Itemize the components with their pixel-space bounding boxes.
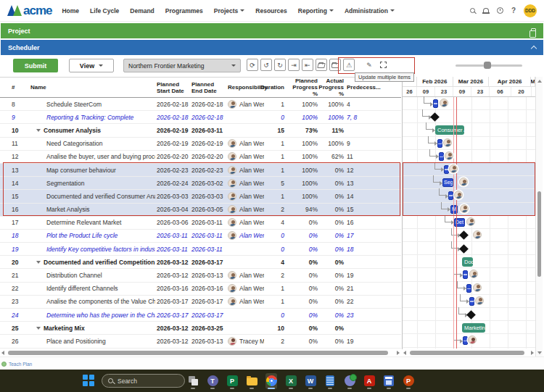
user-avatar[interactable]: DDD	[524, 4, 537, 17]
scroll-left-icon[interactable]	[1, 351, 4, 355]
table-row[interactable]: 21Distribution Channel2026-03-122026-03-…	[0, 269, 401, 282]
assignee-avatar	[468, 335, 477, 344]
project-selector[interactable]: Northern Frontier Marketing	[123, 59, 241, 72]
nav-item-resources[interactable]: Resources	[255, 7, 287, 14]
collapse-caret-icon[interactable]	[36, 327, 41, 330]
table-row[interactable]: 9Reporting & Tracking: Complete2026-02-1…	[0, 111, 401, 124]
scroll-down-icon[interactable]	[537, 351, 542, 354]
scroll-up-icon[interactable]	[537, 80, 542, 83]
gantt-task-bar[interactable]	[466, 284, 471, 293]
taskbar-app-task-view[interactable]	[187, 373, 199, 389]
scrollbar-thumb[interactable]	[537, 191, 541, 277]
taskbar-app-word[interactable]: W	[305, 373, 316, 389]
taskbar-app-calculator[interactable]	[383, 373, 395, 389]
table-row[interactable]: 18Plot the Product Life cycle2026-03-112…	[0, 230, 401, 243]
taskbar-app-chrome[interactable]	[265, 373, 277, 389]
table-row[interactable]: 22Identify different Channels2026-03-162…	[0, 283, 401, 296]
table-row[interactable]: 26Place and Positioning2026-03-122026-03…	[0, 335, 401, 348]
nav-item-home[interactable]: Home	[62, 7, 79, 14]
table-row[interactable]: 10Consumer Analysis2026-02-192026-03-111…	[0, 124, 401, 137]
nav-item-projects[interactable]: Projects	[214, 7, 245, 14]
table-row[interactable]: 24Determine who has the power in the Cha…	[0, 309, 401, 322]
slider-thumb[interactable]	[484, 62, 491, 69]
gantt-summary-bar[interactable]: Consumer An	[435, 125, 464, 135]
cell-actual-progress: 11%	[319, 124, 345, 136]
gantt-task-bar[interactable]	[439, 152, 444, 161]
taskbar-app-publisher[interactable]: P	[226, 373, 238, 389]
recent-icon[interactable]	[497, 7, 503, 14]
col-header-num[interactable]: #	[0, 78, 29, 98]
col-header-name[interactable]: Name	[29, 78, 155, 98]
table-horizontal-scrollbar[interactable]	[1, 350, 400, 356]
gantt-milestone-diamond[interactable]	[466, 310, 476, 320]
taskbar-app-contacts[interactable]	[344, 373, 355, 389]
acme-logo[interactable]: acme	[7, 4, 51, 18]
gantt-task-bar[interactable]	[463, 336, 468, 345]
submit-button[interactable]: Submit	[13, 59, 58, 72]
expand-all-button[interactable]	[316, 59, 327, 71]
outdent-button[interactable]: ⇤	[302, 59, 313, 71]
scroll-right-icon[interactable]	[531, 351, 534, 355]
scroll-left-icon[interactable]	[403, 351, 406, 355]
taskbar-app-teams[interactable]: T	[207, 373, 218, 389]
collapse-caret-icon[interactable]	[36, 261, 41, 264]
nav-item-programmes[interactable]: Programmes	[165, 7, 203, 14]
table-row[interactable]: 11Need Categorisation2026-02-192026-02-1…	[0, 138, 401, 151]
gantt-milestone-diamond[interactable]	[459, 231, 469, 241]
undo-button[interactable]: ↺	[260, 59, 272, 71]
col-header-start[interactable]: Planned Start Date	[155, 78, 190, 98]
table-row[interactable]: 17Determine Relevant Market2026-03-06202…	[0, 217, 401, 230]
redo-button[interactable]: ↻	[274, 59, 286, 71]
nav-item-administration[interactable]: Administration	[345, 7, 395, 14]
taskbar-app-notepad[interactable]	[324, 373, 336, 389]
table-row[interactable]: 23Analise the components of the Value Ch…	[0, 296, 401, 309]
popout-icon[interactable]	[531, 28, 536, 34]
gantt-horizontal-scrollbar[interactable]	[403, 350, 534, 356]
scroll-right-icon[interactable]	[397, 351, 400, 355]
collapse-icon[interactable]	[531, 46, 537, 51]
acme-logo-icon	[7, 5, 22, 16]
col-header-duration[interactable]: Duration	[264, 78, 286, 98]
indent-button[interactable]: ⇥	[288, 59, 300, 71]
cell-planned-start: 2026-03-12	[155, 256, 190, 268]
taskbar-app-acrobat[interactable]: A	[363, 373, 375, 389]
gantt-task-bar[interactable]	[463, 270, 468, 279]
nav-item-demand[interactable]: Demand	[130, 7, 154, 14]
col-header-end[interactable]: Planned End Date	[190, 78, 226, 98]
table-row[interactable]: 8Schedule SteerCom2026-02-182026-02-18Al…	[0, 98, 401, 111]
taskbar-app-excel[interactable]: X	[285, 373, 297, 389]
gantt-task-bar[interactable]	[437, 139, 442, 148]
gantt-summary-bar[interactable]: Doc	[462, 257, 473, 267]
start-button[interactable]	[83, 375, 94, 386]
taskbar-search[interactable]: Search	[102, 374, 185, 388]
project-panel-header[interactable]: Project	[1, 23, 543, 38]
timeline-zoom-slider[interactable]	[456, 64, 522, 67]
nav-item-reporting[interactable]: Reporting	[298, 7, 334, 14]
gantt-summary-bar[interactable]: Marketin	[462, 323, 485, 333]
col-header-actual[interactable]: Actual Progress %	[319, 78, 345, 98]
table-row[interactable]: 19Identify Key competitive factors in in…	[0, 243, 401, 256]
table-row[interactable]: 20Documented and verified Competition An…	[0, 256, 401, 269]
cell-planned-progress: 0%	[286, 322, 319, 334]
taskbar-app-file-explorer[interactable]	[246, 373, 257, 389]
taskbar-app-powerpoint[interactable]: P	[403, 373, 414, 389]
scheduler-panel-header[interactable]: Scheduler	[1, 40, 543, 55]
gantt-task-bar[interactable]	[433, 99, 438, 108]
gantt-milestone-diamond[interactable]	[430, 112, 440, 122]
col-header-resp[interactable]: Responsibility	[226, 78, 264, 98]
scrollbar-thumb[interactable]	[8, 351, 388, 355]
notifications-icon[interactable]	[483, 8, 489, 14]
gantt-milestone-diamond[interactable]	[459, 244, 469, 254]
col-header-planned[interactable]: Planned Progress %	[286, 78, 319, 98]
nav-item-life-cycle[interactable]: Life Cycle	[90, 7, 119, 14]
view-dropdown[interactable]: View	[69, 59, 114, 72]
refresh-button[interactable]: ⟳	[247, 59, 258, 71]
gantt-task-bar[interactable]	[469, 297, 474, 306]
cell-planned-progress: 0%	[286, 283, 319, 295]
help-icon[interactable]: ?	[511, 7, 516, 14]
scrollbar-thumb[interactable]	[410, 351, 524, 355]
collapse-caret-icon[interactable]	[36, 129, 41, 132]
search-icon[interactable]	[470, 8, 475, 13]
table-row[interactable]: 25Marketing Mix2026-03-122026-03-25100%0…	[0, 322, 401, 335]
gantt-vertical-scrollbar[interactable]	[535, 77, 543, 356]
